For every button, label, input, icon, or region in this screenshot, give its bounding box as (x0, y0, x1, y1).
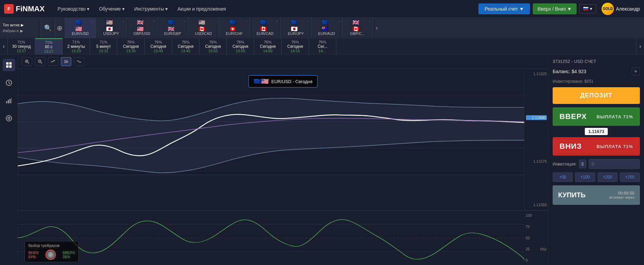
main-content: 1h (0, 55, 644, 265)
zoom-out-button[interactable] (35, 57, 45, 66)
chevron-down-icon: ▾ (165, 6, 168, 12)
timeframe-today-1415[interactable]: 76% Сегодня 14:15 (282, 38, 309, 54)
add-funds-button[interactable]: + (632, 67, 640, 76)
time-scroll-right[interactable]: › (636, 38, 644, 55)
asset-flag-eurcad: 🇪🇺🇨🇦 (260, 21, 270, 31)
timeframe-today-1345[interactable]: 76% Сегодня 13:45 (172, 38, 199, 54)
time-bar: ‹ 71% 30 секунд 13:27 71% 60 с 13:27 71%… (0, 38, 644, 55)
rsi-label: RSI (540, 247, 546, 251)
asset-item-euraud[interactable]: ☆ 🇪🇺🇦🇺 EUR/AUD (311, 18, 342, 38)
buy-button[interactable]: КУПИТЬ 00:00:50 истекает через (553, 185, 640, 205)
nav-tools[interactable]: Инструменты ▾ (131, 4, 171, 14)
asset-item-gbpusd[interactable]: ☆ 🇬🇧🇺🇸 GBP/USD (127, 18, 157, 38)
rsi-0: 0 (526, 258, 547, 262)
top-assets-tab[interactable]: Топ актив ▶ (3, 23, 24, 27)
quick-add-50[interactable]: +50 (553, 172, 573, 182)
star-icon: ☆ (91, 19, 94, 23)
rsi-50: 50 (526, 236, 547, 240)
account-id: 3731252 - USD СЧЕТ (553, 59, 640, 64)
quick-add-200[interactable]: +200 (597, 172, 618, 182)
deposit-button[interactable]: ДЕПОЗИТ (553, 87, 640, 104)
timeframe-today-1335[interactable]: 76% Сегодня 13:35 (117, 38, 145, 54)
star-icon: ☆ (245, 19, 248, 23)
language-selector[interactable]: 🇷🇺 ▾ (579, 4, 596, 13)
asset-item-usdcad[interactable]: ☆ 🇺🇸🇨🇦 USD/CAD (188, 18, 219, 38)
chart-type-button[interactable] (48, 57, 58, 66)
sidebar-analytics-button[interactable] (3, 94, 15, 107)
asset-item-eurjpy[interactable]: ☆ 🇪🇺🇯🇵 EUR/JPY (281, 18, 311, 38)
svg-rect-0 (6, 62, 9, 65)
asset-item-eurchf[interactable]: ☆ 🇪🇺🇨🇭 EUR/CHF (219, 18, 250, 38)
nav-guide[interactable]: Руководство ▾ (54, 4, 93, 14)
asset-item-eurcad[interactable]: ☆ 🇪🇺🇨🇦 EUR/CAD (250, 18, 281, 38)
play-icon: ▶ (20, 29, 23, 33)
asset-name-eurchf: EUR/CHF (226, 31, 243, 36)
timeframe-2m[interactable]: 71% 2 минуты 13:29 (63, 38, 90, 54)
quick-add-100[interactable]: +100 (575, 172, 595, 182)
rsi-y-axis: 100 75 50 25 0 (524, 211, 548, 265)
timeframe-today-1400[interactable]: 76% Сегодня 14:00 (254, 38, 282, 54)
svg-rect-7 (10, 99, 11, 103)
timeframe-60s[interactable]: 71% 60 с 13:27 (35, 38, 63, 54)
nav-education[interactable]: Обучение ▾ (95, 4, 128, 14)
timeframe-list: 71% 30 секунд 13:27 71% 60 с 13:27 71% 2… (8, 38, 636, 54)
chevron-down-icon: ▾ (122, 6, 125, 12)
asset-list: ☆ 🇪🇺🇺🇸 EUR/USD ☆ 🇺🇸🇯🇵 USD/JPY ☆ 🇬🇧🇺🇸 GBP… (65, 18, 373, 38)
price-2: 1.11575 (526, 159, 547, 163)
up-trade-button[interactable]: ВВЕРХ ВЫПЛАТА 71% (553, 107, 640, 126)
search-button[interactable]: 🔍 (41, 18, 55, 38)
nav-promotions[interactable]: Акции и предложения (174, 4, 229, 14)
real-account-button[interactable]: Реальный счет ▼ (478, 3, 530, 14)
asset-name-gbpcad: GBP/C... (350, 31, 365, 36)
traders-down-pct: 64% (28, 255, 39, 259)
timeframe-today-1355[interactable]: 76% Сегодня 13:55 (227, 38, 254, 54)
asset-bar-left: Топ актив ▶ Избран.е ▶ (0, 18, 41, 38)
asset-scroll-right[interactable]: › (373, 18, 381, 38)
star-icon: ☆ (214, 19, 217, 23)
sidebar-other-button[interactable] (3, 112, 15, 124)
gold-badge: GOLD (602, 3, 614, 15)
flag-icon: 🇷🇺 (583, 6, 589, 11)
svg-rect-5 (6, 101, 7, 103)
updown-button[interactable]: Вверх / Вниз ▼ (533, 3, 577, 14)
svg-line-16 (41, 62, 42, 64)
balance-row: Баланс: $4 923 + (553, 67, 640, 76)
invest-section-label: Инвестиция: (553, 162, 577, 167)
timeframe-1h-button[interactable]: 1h (61, 57, 71, 66)
star-icon: ☆ (122, 19, 125, 23)
buy-sub: истекает через (609, 196, 634, 199)
sidebar-assets-button[interactable] (3, 59, 15, 71)
timeframe-today-last[interactable]: 76% Сег... 14:... (309, 38, 336, 54)
asset-flag-usdcad: 🇺🇸🇨🇦 (198, 21, 209, 31)
svg-line-12 (28, 62, 29, 64)
add-asset-button[interactable]: ⊕ (55, 18, 65, 38)
asset-flag-euraud: 🇪🇺🇦🇺 (322, 21, 332, 31)
sidebar-history-button[interactable] (3, 77, 15, 89)
time-scroll-left[interactable]: ‹ (0, 38, 8, 55)
traders-circle (46, 250, 56, 260)
indicator-button[interactable] (74, 57, 84, 66)
asset-flag-usdjpy: 🇺🇸🇯🇵 (106, 21, 116, 31)
traders-down-label: ВНИЗ (28, 251, 39, 255)
timeframe-today-1350[interactable]: 76% Сегодня 13:50 (199, 38, 227, 54)
asset-item-eurgbp[interactable]: ☆ 🇪🇺🇬🇧 EUR/GBP (157, 18, 188, 38)
timeframe-5m[interactable]: 71% 5 минут 13:32 (90, 38, 117, 54)
timeframe-today-1340[interactable]: 76% Сегодня 13:40 (145, 38, 172, 54)
favorites-tab[interactable]: Избран.е ▶ (3, 29, 23, 33)
asset-item-gbpcad[interactable]: ☆ 🇬🇧🇨🇦 GBP/C... (342, 18, 373, 38)
chevron-down-icon: ▾ (87, 6, 89, 12)
svg-rect-1 (9, 62, 12, 65)
chart-main: 1.11625 1.11600 1.11575 1.11550 🇪🇺🇺🇸 EUR… (18, 68, 548, 210)
invest-input[interactable] (589, 159, 640, 169)
chart-tooltip: 🇪🇺🇺🇸 EUR/USD - Сегодня (248, 75, 318, 88)
asset-item-eurusd[interactable]: ☆ 🇪🇺🇺🇸 EUR/USD (65, 18, 96, 38)
zoom-in-button[interactable] (22, 57, 32, 66)
svg-rect-8 (11, 98, 12, 103)
buy-timer-area: 00:00:50 истекает через (609, 191, 634, 199)
price-badge: 1.11673 (585, 128, 608, 135)
asset-item-usdjpy[interactable]: ☆ 🇺🇸🇯🇵 USD/JPY (96, 18, 127, 38)
invest-row: Инвестиция: $ (553, 159, 640, 169)
timeframe-30s[interactable]: 71% 30 секунд 13:27 (8, 38, 35, 54)
quick-add-250[interactable]: +250 (620, 172, 640, 182)
down-trade-button[interactable]: ВНИЗ ВЫПЛАТА 71% (553, 137, 640, 156)
